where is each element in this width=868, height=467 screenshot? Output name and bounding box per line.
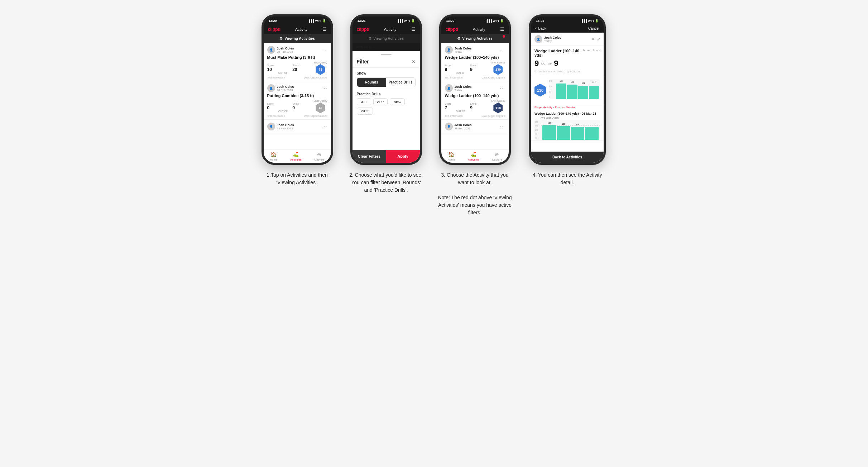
status-icons-3: ▐▐▐ WiFi 🔋 <box>486 19 504 23</box>
name-date-1-2: Josh Coles 28 Feb 2023 <box>277 85 294 92</box>
nav-home-1[interactable]: 🏠 Home <box>270 152 277 161</box>
battery-icon-2: 🔋 <box>411 19 415 23</box>
cancel-btn-4[interactable]: Cancel <box>588 27 599 30</box>
activity-card-1-2[interactable]: 👤 Josh Coles 28 Feb 2023 ··· Putting Com… <box>264 81 331 120</box>
quality-group-3-1: Shot Quality 130 <box>491 61 505 75</box>
chip-app-2[interactable]: APP <box>373 98 388 105</box>
detail-drill-name-4: Wedge Ladder (100–140 yds) <box>534 49 582 57</box>
shots-group-1-1: Shots 20 <box>292 64 299 72</box>
toggle-practice-2[interactable]: Practice Drills <box>386 78 415 87</box>
card-date-3-3: 28 Feb 2023 <box>455 127 472 130</box>
card-name-3-3: Josh Coles <box>455 123 472 127</box>
nav-capture-3[interactable]: ⊕ Capture <box>492 152 502 161</box>
apply-btn-2[interactable]: Apply <box>386 150 420 163</box>
card-header-3-1: 👤 Josh Coles Today ··· <box>445 46 505 54</box>
score-value-3-1: 9 <box>445 67 451 72</box>
hamburger-icon-2[interactable]: ☰ <box>411 27 416 32</box>
back-to-activities-btn-4[interactable]: Back to Activities <box>531 152 604 163</box>
avatar-name-3-2: 👤 Josh Coles Today <box>445 84 472 92</box>
score-label-1-1: Score <box>267 64 274 67</box>
more-icon-3-1[interactable]: ··· <box>500 47 505 52</box>
activity-card-1-1[interactable]: 👤 Josh Coles 28 Feb 2023 ··· Must Make P… <box>264 43 331 81</box>
chip-ott-2[interactable]: OTT <box>357 98 371 105</box>
home-icon-1: 🏠 <box>270 152 277 157</box>
viewing-banner-1[interactable]: ⚙ Viewing Activities <box>264 34 331 43</box>
hamburger-icon-1[interactable]: ☰ <box>322 27 327 32</box>
bar-4-3: 124 <box>578 86 589 99</box>
card-date-3-2: Today <box>455 89 472 92</box>
bar-4-1: 132 <box>556 84 566 99</box>
card-date-3-1: Today <box>455 50 472 53</box>
caption-4: 4. You can then see the Activity detail. <box>530 171 605 186</box>
more-icon-3-2[interactable]: ··· <box>500 85 505 91</box>
card-footer-1-2: Test Information Data: Clippd Capture <box>267 115 327 117</box>
caption-1: 1.Tap on Activities and then 'Viewing Ac… <box>260 171 335 186</box>
expand-icon-4[interactable]: ⤢ <box>597 37 600 42</box>
chip-putt-2[interactable]: PUTT <box>357 108 373 115</box>
phone-notch-3 <box>462 16 488 21</box>
card-name-1-2: Josh Coles <box>277 85 294 89</box>
nav-activities-1[interactable]: ⛳ Activities <box>290 152 302 161</box>
nav-activities-3[interactable]: ⛳ Activities <box>468 152 479 161</box>
more-icon-1-3[interactable]: ··· <box>322 124 327 129</box>
more-icon-1-2[interactable]: ··· <box>322 85 327 91</box>
filter-modal-2: Filter ✕ Show Rounds Practice Drills Pra… <box>353 51 420 163</box>
activity-card-3-2[interactable]: 👤 Josh Coles Today ··· Wedge Ladder (100… <box>441 81 509 120</box>
filter-header-2: Filter ✕ <box>353 57 420 68</box>
footer-data-1-1: Data: Clippd Capture <box>304 76 327 79</box>
status-time-1: 13:20 <box>269 19 277 23</box>
phones-row: 13:20 ▐▐▐ WiFi 🔋 clippd Activity ☰ ⚙ Vie… <box>258 14 610 216</box>
player-activity-row-4: Player Activity › Practice Session <box>531 104 604 110</box>
shots-label-1-1: Shots <box>292 64 299 67</box>
shots-value-3-2: 9 <box>470 105 476 110</box>
hamburger-icon-3[interactable]: ☰ <box>500 27 504 32</box>
shots-label-3-2: Shots <box>470 103 476 105</box>
chip-arg-2[interactable]: ARG <box>390 98 405 105</box>
more-icon-3-3[interactable]: ··· <box>500 124 505 129</box>
viewing-banner-3[interactable]: ⚙ Viewing Activities <box>441 34 509 43</box>
footer-data-3-2: Data: Clippd Capture <box>481 115 505 117</box>
toggle-rounds-2[interactable]: Rounds <box>357 78 386 87</box>
sub-bar-4-4 <box>585 127 599 140</box>
more-icon-1-1[interactable]: ··· <box>322 47 327 52</box>
back-btn-4[interactable]: < Back <box>535 27 546 30</box>
score-group-1-2: Score 0 <box>267 103 274 110</box>
card-stats-3-2: Score 7 OUT OF Shots 9 Shot Quality 118 <box>445 100 505 113</box>
out-of-1-1: OUT OF <box>278 72 288 74</box>
blurred-banner-2: ⚙ Viewing Activities <box>353 34 420 43</box>
player-date-4: Today <box>544 39 561 43</box>
filter-title-2: Filter <box>357 59 369 65</box>
name-date-1-1: Josh Coles 28 Feb 2023 <box>277 47 294 53</box>
card-name-1-1: Josh Coles <box>277 47 294 50</box>
wifi-icon-3: WiFi <box>493 19 499 23</box>
nav-capture-1[interactable]: ⊕ Capture <box>314 152 324 161</box>
shots-value-1-2: 9 <box>292 105 299 110</box>
out-of-1-2: OUT OF <box>278 110 288 113</box>
quality-group-3-2: Shot Quality 118 <box>491 100 505 113</box>
sub-drill-section-4: Wedge Ladder (100–140 yds) - 06 Mar 23 —… <box>531 110 604 141</box>
score-value-3-2: 7 <box>445 105 451 110</box>
edit-icon-4[interactable]: ✏ <box>591 37 595 42</box>
quality-group-1-2: Shot Quality 45 <box>313 100 327 113</box>
player-activity-label-4: Player Activity <box>534 106 552 109</box>
phone-notch-4 <box>555 16 580 21</box>
sub-bar-4-1: 132 <box>542 125 556 140</box>
nav-home-3[interactable]: 🏠 Home <box>447 152 455 161</box>
player-avatar-4: 👤 <box>534 35 542 43</box>
card-stats-1-2: Score 0 OUT OF Shots 9 Shot Quality 45 <box>267 100 327 113</box>
phone-col-4: 13:21 ▐▐▐ WiFi 🔋 < Back Cancel 👤 Josh <box>524 14 610 186</box>
chart-bars-4: 132 129 124 <box>555 79 600 99</box>
score-group-3-2: Score 7 <box>445 103 451 110</box>
filter-close-btn-2[interactable]: ✕ <box>412 59 416 65</box>
name-date-1-3: Josh Coles 28 Feb 2023 <box>277 123 294 130</box>
home-icon-3: 🏠 <box>448 152 454 157</box>
app-header-2: clippd Activity ☰ <box>353 24 420 34</box>
clear-filters-btn-2[interactable]: Clear Filters <box>353 150 386 163</box>
practice-session-label-4: Practice Session <box>555 106 576 109</box>
avatar-1-2: 👤 <box>267 84 275 92</box>
detail-score-section-4: Wedge Ladder (100–140 yds) Score Shots 9… <box>531 46 604 76</box>
status-icons-1: ▐▐▐ WiFi 🔋 <box>308 19 326 23</box>
avatar-3-1: 👤 <box>445 46 453 54</box>
avatar-3-2: 👤 <box>445 84 453 92</box>
activity-card-3-1[interactable]: 👤 Josh Coles Today ··· Wedge Ladder (100… <box>441 43 509 81</box>
